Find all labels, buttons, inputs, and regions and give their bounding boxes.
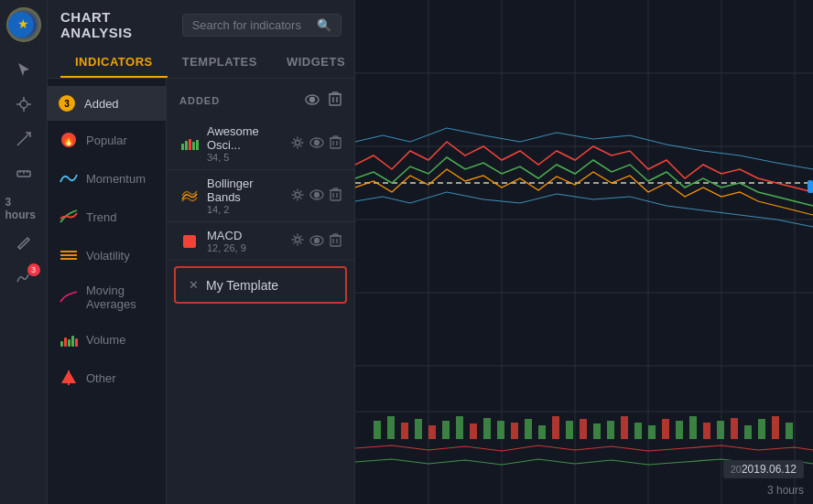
search-icon: 🔍 xyxy=(317,18,331,32)
svg-rect-17 xyxy=(64,338,67,347)
svg-rect-91 xyxy=(634,423,642,439)
svg-rect-82 xyxy=(511,423,518,439)
sidebar-icon-crosshair[interactable] xyxy=(5,88,42,121)
svg-rect-73 xyxy=(387,416,395,439)
tab-widgets[interactable]: WIDGETS xyxy=(272,48,360,78)
category-volatility[interactable]: Volatility xyxy=(48,236,166,274)
header-actions xyxy=(305,91,341,109)
category-other[interactable]: Other xyxy=(48,359,166,397)
svg-rect-87 xyxy=(580,419,587,439)
moving-averages-icon xyxy=(59,287,79,307)
trend-icon xyxy=(59,207,79,227)
indicators-list: ADDED xyxy=(167,79,354,504)
macd-name: MACD xyxy=(207,229,284,242)
category-moving-averages[interactable]: Moving Averages xyxy=(48,274,166,320)
svg-point-49 xyxy=(296,238,300,242)
template-close-button[interactable]: ✕ xyxy=(189,278,199,292)
svg-point-0 xyxy=(20,101,27,108)
svg-rect-83 xyxy=(525,419,532,439)
bollinger-info: Bollinger Bands 14, 2 xyxy=(207,177,284,215)
sidebar-icon-draw[interactable] xyxy=(5,123,42,155)
search-box[interactable]: 🔍 xyxy=(182,14,341,37)
svg-rect-102 xyxy=(786,423,793,439)
bollinger-icon xyxy=(179,186,200,206)
svg-line-10 xyxy=(18,247,20,249)
popular-icon: 🔥 xyxy=(59,130,79,150)
delete-all-icon[interactable] xyxy=(329,91,341,109)
category-trend[interactable]: Trend xyxy=(48,198,166,236)
category-added[interactable]: 3 Added xyxy=(48,86,166,121)
svg-rect-48 xyxy=(183,235,196,248)
svg-rect-37 xyxy=(331,138,341,148)
macd-visibility-icon[interactable] xyxy=(309,234,324,249)
awesome-settings-icon[interactable] xyxy=(291,136,304,152)
macd-info: MACD 12, 26, 9 xyxy=(207,229,284,253)
bollinger-actions xyxy=(291,188,341,204)
bollinger-delete-icon[interactable] xyxy=(330,188,341,204)
svg-rect-94 xyxy=(676,421,683,439)
macd-delete-icon[interactable] xyxy=(330,233,341,250)
svg-rect-18 xyxy=(68,339,70,347)
svg-point-41 xyxy=(296,192,300,197)
svg-point-51 xyxy=(315,238,320,242)
search-input[interactable] xyxy=(192,18,311,32)
visibility-all-icon[interactable] xyxy=(305,92,320,108)
svg-rect-72 xyxy=(374,421,381,439)
svg-point-24 xyxy=(310,98,315,102)
timeframe-1d[interactable]: 3 hours xyxy=(5,192,42,225)
svg-point-34 xyxy=(296,140,300,145)
tab-templates[interactable]: TEMPLATES xyxy=(168,48,272,78)
category-trend-label: Trend xyxy=(86,210,116,224)
added-header-label: ADDED xyxy=(179,95,220,106)
indicator-row-macd: MACD 12, 26, 9 xyxy=(167,222,354,261)
other-icon xyxy=(59,368,79,388)
svg-rect-93 xyxy=(662,419,669,439)
svg-rect-75 xyxy=(415,419,422,439)
svg-rect-79 xyxy=(470,424,477,439)
left-sidebar: 3 hours 3 xyxy=(0,0,48,504)
indicator-row-bollinger: Bollinger Bands 14, 2 xyxy=(167,170,354,222)
svg-rect-52 xyxy=(331,236,341,246)
svg-rect-32 xyxy=(192,142,195,150)
svg-rect-90 xyxy=(621,416,628,439)
chart-area: 202019.06.12 3 hours xyxy=(355,0,813,504)
category-volume[interactable]: Volume xyxy=(48,320,166,359)
svg-rect-89 xyxy=(607,421,614,439)
indicator-badge: 3 xyxy=(27,263,40,276)
sidebar-icon-indicators[interactable]: 3 xyxy=(5,262,42,295)
sidebar-icon-cursor[interactable] xyxy=(5,53,42,86)
svg-line-5 xyxy=(17,133,30,145)
bollinger-settings-icon[interactable] xyxy=(291,188,304,204)
time-label: 3 hours xyxy=(767,484,804,497)
svg-rect-101 xyxy=(772,416,779,439)
macd-icon xyxy=(179,231,200,252)
sidebar-icon-pencil[interactable] xyxy=(5,227,42,260)
svg-rect-85 xyxy=(552,416,559,439)
indicators-header: ADDED xyxy=(167,88,354,118)
svg-rect-19 xyxy=(71,336,74,347)
bollinger-name: Bollinger Bands xyxy=(207,177,284,204)
header-tabs: INDICATORS TEMPLATES WIDGETS xyxy=(60,48,341,78)
chart-svg xyxy=(355,0,813,504)
awesome-delete-icon[interactable] xyxy=(330,135,341,152)
main-panel: CHART ANALYSIS 🔍 INDICATORS TEMPLATES WI… xyxy=(48,0,813,504)
awesome-icon xyxy=(179,134,200,154)
svg-rect-84 xyxy=(538,425,546,439)
category-momentum[interactable]: Momentum xyxy=(48,159,166,198)
svg-rect-86 xyxy=(566,421,573,439)
category-popular[interactable]: 🔥 Popular xyxy=(48,121,166,159)
panel-header: CHART ANALYSIS 🔍 INDICATORS TEMPLATES WI… xyxy=(48,0,354,79)
sidebar-icon-measure[interactable] xyxy=(5,157,42,190)
date-value: 2019.06.12 xyxy=(742,463,797,476)
template-name-input[interactable] xyxy=(206,278,354,293)
svg-rect-95 xyxy=(689,416,697,439)
momentum-icon xyxy=(59,168,79,188)
tab-indicators[interactable]: INDICATORS xyxy=(60,48,168,78)
awesome-visibility-icon[interactable] xyxy=(309,136,324,151)
svg-rect-33 xyxy=(196,140,199,150)
svg-rect-29 xyxy=(181,144,184,150)
svg-point-43 xyxy=(315,193,320,198)
macd-settings-icon[interactable] xyxy=(291,233,304,249)
macd-params: 12, 26, 9 xyxy=(207,242,284,253)
bollinger-visibility-icon[interactable] xyxy=(309,188,324,203)
